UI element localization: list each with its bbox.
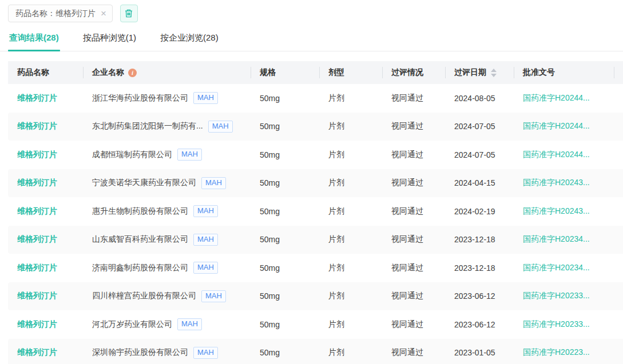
eval-date-cell: 2023-06-12 (445, 320, 514, 329)
column-header-company-name: 企业名称 i (83, 61, 251, 84)
filter-bar: 药品名称：维格列汀片 × (0, 0, 623, 23)
mah-badge: MAH (177, 318, 202, 330)
column-header-drug-name: 药品名称 (8, 61, 83, 84)
filter-tag-label: 药品名称：维格列汀片 (15, 9, 96, 19)
drug-name-link[interactable]: 维格列汀片 (17, 263, 57, 273)
dosage-form-cell: 片剂 (319, 347, 382, 358)
spec-cell: 50mg (251, 348, 319, 357)
eval-status-cell: 视同通过 (382, 319, 445, 330)
table-header: 药品名称 企业名称 i 规格 剂型 过评情况 过评日期 批准文号 (8, 61, 623, 84)
mah-badge: MAH (193, 205, 218, 217)
dosage-form-cell: 片剂 (319, 234, 382, 245)
eval-status-cell: 视同通过 (382, 347, 445, 358)
mah-badge: MAH (201, 290, 226, 302)
column-header-spec: 规格 (251, 61, 319, 84)
company-name: 浙江华海药业股份有限公司 (92, 93, 188, 103)
eval-status-cell: 视同通过 (382, 178, 445, 188)
table-row: 维格列汀片 济南明鑫制药股份有限公司 MAH 50mg 片剂 视同通过 2023… (8, 254, 623, 282)
mah-badge: MAH (193, 347, 218, 359)
approval-number-link[interactable]: 国药准字H20243... (523, 206, 590, 217)
spec-cell: 50mg (251, 122, 319, 131)
column-header-eval-status: 过评情况 (382, 61, 445, 84)
spec-cell: 50mg (251, 263, 319, 273)
filter-tag: 药品名称：维格列汀片 × (8, 5, 113, 22)
table-row: 维格列汀片 深圳翰宇药业股份有限公司 MAH 50mg 片剂 视同通过 2023… (8, 339, 623, 364)
column-header-dosage-form: 剂型 (319, 61, 382, 84)
spec-cell: 50mg (251, 320, 319, 329)
eval-date-cell: 2023-01-05 (445, 348, 514, 357)
approval-number-link[interactable]: 国药准字H20233... (523, 319, 590, 330)
tab-bar: 查询结果(28) 按品种浏览(1) 按企业浏览(28) (0, 33, 623, 51)
table-row: 维格列汀片 惠升生物制药股份有限公司 MAH 50mg 片剂 视同通过 2024… (8, 197, 623, 226)
drug-name-link[interactable]: 维格列汀片 (17, 93, 57, 103)
sort-icon[interactable] (491, 69, 497, 77)
drug-name-link[interactable]: 维格列汀片 (17, 234, 57, 245)
drug-name-link[interactable]: 维格列汀片 (17, 291, 57, 301)
company-name: 四川梓橦宫药业股份有限公司 (92, 291, 196, 301)
company-name: 成都恒瑞制药有限公司 (92, 150, 172, 160)
drug-name-link[interactable]: 维格列汀片 (17, 347, 57, 358)
dosage-form-cell: 片剂 (319, 291, 382, 301)
eval-status-cell: 视同通过 (382, 263, 445, 273)
trash-icon (124, 9, 133, 18)
approval-number-link[interactable]: 国药准字H20243... (523, 178, 590, 188)
approval-number-link[interactable]: 国药准字H20223... (523, 347, 590, 358)
eval-date-cell: 2024-07-05 (445, 122, 514, 131)
spec-cell: 50mg (251, 178, 319, 187)
dosage-form-cell: 片剂 (319, 150, 382, 160)
company-name: 山东威智百科药业有限公司 (92, 234, 188, 245)
approval-number-link[interactable]: 国药准字H20234... (523, 234, 590, 245)
approval-number-link[interactable]: 国药准字H20234... (523, 263, 590, 273)
drug-name-link[interactable]: 维格列汀片 (17, 319, 57, 330)
eval-status-cell: 视同通过 (382, 206, 445, 217)
eval-status-cell: 视同通过 (382, 121, 445, 131)
tab-by-company[interactable]: 按企业浏览(28) (159, 33, 220, 51)
table-row: 维格列汀片 成都恒瑞制药有限公司 MAH 50mg 片剂 视同通过 2024-0… (8, 141, 623, 169)
approval-number-link[interactable]: 国药准字H20244... (523, 121, 590, 131)
spec-cell: 50mg (251, 150, 319, 159)
eval-status-cell: 视同通过 (382, 150, 445, 160)
spec-cell: 50mg (251, 94, 319, 103)
dosage-form-cell: 片剂 (319, 206, 382, 217)
dosage-form-cell: 片剂 (319, 121, 382, 131)
table-row: 维格列汀片 浙江华海药业股份有限公司 MAH 50mg 片剂 视同通过 2024… (8, 84, 623, 113)
company-name: 河北万岁药业有限公司 (92, 319, 172, 330)
eval-date-cell: 2024-02-19 (445, 207, 514, 216)
approval-number-link[interactable]: 国药准字H20233... (523, 291, 590, 301)
eval-date-cell: 2023-12-18 (445, 263, 514, 273)
column-header-eval-date: 过评日期 (445, 61, 514, 84)
eval-status-cell: 视同通过 (382, 93, 445, 103)
table-row: 维格列汀片 宁波美诺华天康药业有限公司 MAH 50mg 片剂 视同通过 202… (8, 169, 623, 198)
approval-number-link[interactable]: 国药准字H20244... (523, 93, 590, 103)
table-body: 维格列汀片 浙江华海药业股份有限公司 MAH 50mg 片剂 视同通过 2024… (8, 84, 623, 364)
spec-cell: 50mg (251, 235, 319, 244)
company-name: 济南明鑫制药股份有限公司 (92, 263, 188, 273)
tab-by-variety[interactable]: 按品种浏览(1) (82, 33, 137, 51)
approval-number-link[interactable]: 国药准字H20244... (523, 150, 590, 160)
drug-name-link[interactable]: 维格列汀片 (17, 150, 57, 160)
mah-badge: MAH (193, 262, 218, 274)
mah-badge: MAH (201, 177, 226, 189)
drug-name-link[interactable]: 维格列汀片 (17, 206, 57, 217)
table-row: 维格列汀片 四川梓橦宫药业股份有限公司 MAH 50mg 片剂 视同通过 202… (8, 282, 623, 311)
spec-cell: 50mg (251, 207, 319, 216)
drug-name-link[interactable]: 维格列汀片 (17, 121, 57, 131)
info-icon[interactable]: i (128, 69, 137, 77)
dosage-form-cell: 片剂 (319, 319, 382, 330)
company-name: 宁波美诺华天康药业有限公司 (92, 178, 196, 188)
tab-search-results[interactable]: 查询结果(28) (8, 33, 60, 51)
table-row: 维格列汀片 东北制药集团沈阳第一制药有... MAH 50mg 片剂 视同通过 … (8, 113, 623, 141)
spec-cell: 50mg (251, 291, 319, 301)
eval-date-cell: 2024-07-05 (445, 150, 514, 159)
company-name: 深圳翰宇药业股份有限公司 (92, 347, 188, 358)
eval-date-cell: 2024-04-15 (445, 178, 514, 187)
clear-filters-button[interactable] (120, 5, 138, 22)
close-icon[interactable]: × (101, 9, 106, 18)
drug-name-link[interactable]: 维格列汀片 (17, 178, 57, 188)
column-header-approval-number: 批准文号 (514, 61, 614, 84)
table-row: 维格列汀片 山东威智百科药业有限公司 MAH 50mg 片剂 视同通过 2023… (8, 226, 623, 254)
mah-badge: MAH (193, 234, 218, 246)
dosage-form-cell: 片剂 (319, 93, 382, 103)
eval-date-cell: 2024-08-05 (445, 94, 514, 103)
mah-badge: MAH (208, 121, 233, 133)
